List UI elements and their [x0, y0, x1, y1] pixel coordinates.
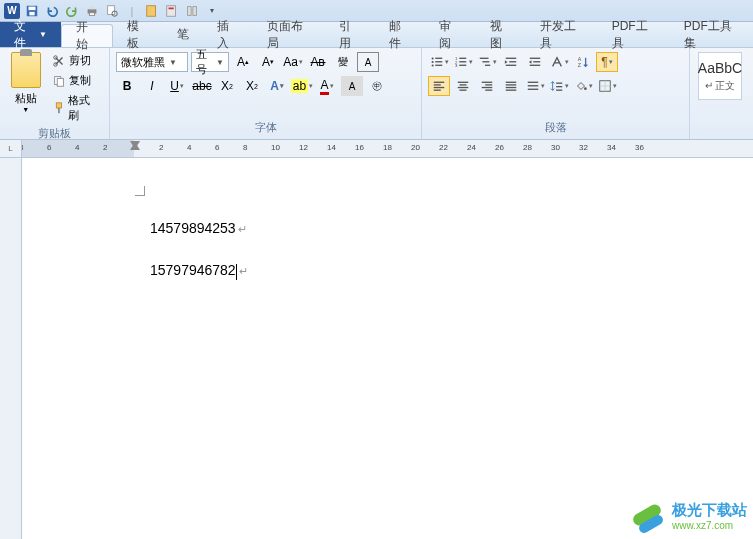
ruler-number: 2	[103, 143, 107, 152]
tab-insert[interactable]: 插入	[203, 22, 253, 47]
text-effects-button[interactable]: A▾	[266, 76, 288, 96]
shrink-font-button[interactable]: A▾	[257, 52, 279, 72]
vertical-ruler[interactable]	[0, 158, 22, 539]
ruler-number: 4	[75, 143, 79, 152]
document-line-2[interactable]: 15797946782↵	[150, 262, 248, 280]
phonetic-guide-button[interactable]: 變	[332, 52, 354, 72]
svg-rect-51	[485, 84, 492, 85]
extra-tool-icon-2[interactable]	[164, 3, 180, 19]
paste-button[interactable]: 粘贴 ▼	[6, 52, 46, 113]
save-icon[interactable]	[24, 3, 40, 19]
char-border-button[interactable]: A	[357, 52, 379, 72]
ruler-number: 14	[327, 143, 336, 152]
file-tab[interactable]: 文件▼	[0, 22, 61, 47]
shading-button[interactable]: ▾	[572, 76, 594, 96]
decrease-indent-button[interactable]	[500, 52, 522, 72]
numbering-button[interactable]: 123▾	[452, 52, 474, 72]
svg-rect-30	[459, 65, 466, 66]
horizontal-ruler[interactable]: 864224681012141618202224262830323436	[22, 140, 753, 157]
tab-dev-tools[interactable]: 开发工具	[526, 22, 598, 47]
strikethrough-button[interactable]: abc	[191, 76, 213, 96]
char-shading-button[interactable]: A	[341, 76, 363, 96]
svg-text:A: A	[578, 56, 582, 62]
print-preview-icon[interactable]	[104, 3, 120, 19]
align-left-button[interactable]	[428, 76, 450, 96]
bucket-icon	[574, 79, 588, 93]
style-normal-preview[interactable]: AaBbC ↵ 正文	[698, 52, 742, 100]
font-size-value: 五号	[196, 47, 212, 77]
print-icon[interactable]	[84, 3, 100, 19]
show-marks-button[interactable]: ¶▾	[596, 52, 618, 72]
copy-button[interactable]: 复制	[50, 72, 103, 89]
undo-icon[interactable]	[44, 3, 60, 19]
document-area[interactable]: 14579894253↵ 15797946782↵	[22, 158, 753, 539]
svg-rect-36	[506, 65, 517, 66]
ruler-number: 4	[187, 143, 191, 152]
qat-separator: |	[124, 3, 140, 19]
tab-pdf-toolset[interactable]: PDF工具集	[670, 22, 753, 47]
bold-button[interactable]: B	[116, 76, 138, 96]
sort-button[interactable]: AZ	[572, 52, 594, 72]
tab-home[interactable]: 开始	[61, 24, 113, 47]
font-name-combo[interactable]: 微软雅黑▼	[116, 52, 188, 72]
margin-corner-mark	[135, 186, 145, 196]
hanging-indent-marker[interactable]	[130, 140, 140, 150]
multilevel-icon	[478, 55, 492, 69]
text-cursor	[236, 264, 237, 280]
svg-rect-34	[506, 58, 517, 59]
tab-references[interactable]: 引用	[325, 22, 375, 47]
underline-button[interactable]: U▾	[166, 76, 188, 96]
svg-rect-49	[460, 90, 467, 91]
redo-icon[interactable]	[64, 3, 80, 19]
format-painter-button[interactable]: 格式刷	[50, 92, 103, 124]
clear-format-button[interactable]: Aʙ	[307, 52, 329, 72]
bullets-button[interactable]: ▾	[428, 52, 450, 72]
ruler-number: 8	[243, 143, 247, 152]
extra-tool-icon-3[interactable]	[184, 3, 200, 19]
align-justify-button[interactable]	[500, 76, 522, 96]
font-color-button[interactable]: A▾	[316, 76, 338, 96]
tab-selector[interactable]: L	[0, 140, 22, 157]
document-line-1[interactable]: 14579894253↵	[150, 220, 247, 237]
line-spacing-button[interactable]: ▾	[548, 76, 570, 96]
tab-view[interactable]: 视图	[476, 22, 526, 47]
cut-button[interactable]: 剪切	[50, 52, 103, 69]
extra-tool-icon-1[interactable]	[144, 3, 160, 19]
bullets-icon	[430, 55, 444, 69]
align-right-button[interactable]	[476, 76, 498, 96]
line2-text: 15797946782	[150, 262, 236, 278]
increase-indent-button[interactable]	[524, 52, 546, 72]
subscript-button[interactable]: X2	[216, 76, 238, 96]
borders-button[interactable]: ▾	[596, 76, 618, 96]
ruler-number: 28	[523, 143, 532, 152]
app-icon: W	[4, 3, 20, 19]
align-center-button[interactable]	[452, 76, 474, 96]
asian-layout-button[interactable]: ▾	[548, 52, 570, 72]
highlight-button[interactable]: ab▾	[291, 76, 313, 96]
superscript-button[interactable]: X2	[241, 76, 263, 96]
tab-pen[interactable]: 笔	[163, 22, 203, 47]
change-case-button[interactable]: Aa▾	[282, 52, 304, 72]
tab-page-layout[interactable]: 页面布局	[253, 22, 325, 47]
align-distribute-button[interactable]: ▾	[524, 76, 546, 96]
ruler-number: 30	[551, 143, 560, 152]
font-size-combo[interactable]: 五号▼	[191, 52, 229, 72]
scissors-icon	[52, 54, 66, 68]
ruler-number: 18	[383, 143, 392, 152]
multilevel-list-button[interactable]: ▾	[476, 52, 498, 72]
enclose-char-button[interactable]: ㊥	[366, 76, 388, 96]
svg-rect-28	[459, 61, 466, 62]
tab-template[interactable]: 模板	[113, 22, 163, 47]
svg-rect-55	[506, 84, 517, 85]
numbering-icon: 123	[454, 55, 468, 69]
work-area: 14579894253↵ 15797946782↵	[0, 158, 753, 539]
italic-button[interactable]: I	[141, 76, 163, 96]
brush-icon	[52, 101, 66, 115]
qat-more-icon[interactable]: ▾	[204, 3, 220, 19]
grow-font-button[interactable]: A▴	[232, 52, 254, 72]
tab-mail[interactable]: 邮件	[375, 22, 425, 47]
svg-rect-58	[527, 82, 538, 83]
tab-pdf-tools[interactable]: PDF工具	[598, 22, 670, 47]
svg-rect-6	[108, 5, 115, 14]
tab-review[interactable]: 审阅	[425, 22, 475, 47]
